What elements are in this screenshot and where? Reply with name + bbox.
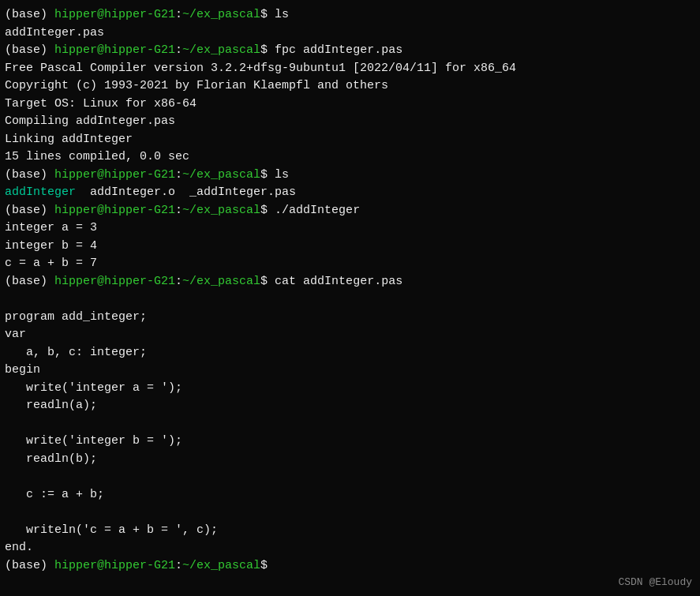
code-line: readln(b); <box>5 451 695 469</box>
terminal-line: (base) hipper@hipper-G21:~/ex_pascal$ ./… <box>5 202 695 220</box>
prompt-base: (base) <box>5 8 54 21</box>
output-line: addInteger addInteger.o _addInteger.pas <box>5 184 695 202</box>
terminal-line: (base) hipper@hipper-G21:~/ex_pascal$ fp… <box>5 42 695 60</box>
terminal: (base) hipper@hipper-G21:~/ex_pascal$ ls… <box>0 0 700 596</box>
terminal-line: (base) hipper@hipper-G21:~/ex_pascal$ ls <box>5 167 695 185</box>
output-line: Linking addInteger <box>5 131 695 149</box>
output-line: Copyright (c) 1993-2021 by Florian Klaem… <box>5 77 695 96</box>
blank-line <box>5 504 695 522</box>
output-line: Free Pascal Compiler version 3.2.2+dfsg-… <box>5 60 695 78</box>
output-line: addInteger.pas <box>5 24 695 43</box>
code-line: program add_integer; <box>5 309 695 327</box>
cmd-text: ls <box>275 8 289 21</box>
blank-line <box>5 415 695 433</box>
output-line: integer b = 4 <box>5 238 695 256</box>
terminal-line: (base) hipper@hipper-G21:~/ex_pascal$ ls <box>5 6 695 24</box>
code-line: begin <box>5 362 695 380</box>
blank-line <box>5 291 695 309</box>
prompt-dollar: $ <box>260 8 275 21</box>
code-line: var <box>5 326 695 344</box>
blank-line <box>5 468 695 486</box>
code-line: a, b, c: integer; <box>5 344 695 362</box>
prompt-path: ~/ex_pascal <box>182 8 260 21</box>
prompt-colon: : <box>175 8 182 21</box>
code-line: writeln('c = a + b = ', c); <box>5 522 695 540</box>
code-line: write('integer b = '); <box>5 433 695 451</box>
code-line: write('integer a = '); <box>5 380 695 398</box>
output-line: 15 lines compiled, 0.0 sec <box>5 148 695 167</box>
terminal-line: (base) hipper@hipper-G21:~/ex_pascal$ ca… <box>5 273 695 291</box>
prompt-user: hipper@hipper-G21 <box>54 8 175 21</box>
output-line: Target OS: Linux for x86-64 <box>5 96 695 114</box>
code-line: readln(a); <box>5 397 695 415</box>
terminal-line: (base) hipper@hipper-G21:~/ex_pascal$ <box>5 557 695 575</box>
output-line: c = a + b = 7 <box>5 255 695 273</box>
output-line: integer a = 3 <box>5 219 695 238</box>
output-line: Compiling addInteger.pas <box>5 113 695 131</box>
watermark: CSDN @Eloudy <box>618 575 692 590</box>
code-line: end. <box>5 539 695 557</box>
code-line: c := a + b; <box>5 486 695 504</box>
